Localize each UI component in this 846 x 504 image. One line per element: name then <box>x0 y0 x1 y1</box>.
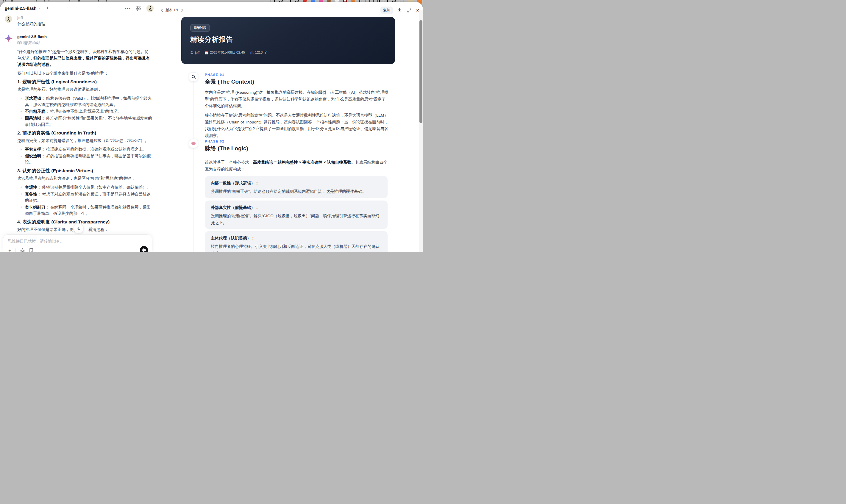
section-2-lead: 逻辑再完美，如果前提是错误的，推理也是垃圾（即“垃圾进，垃圾出”）。 <box>17 138 153 144</box>
account-avatar[interactable] <box>146 5 154 12</box>
dimensions-line: 我们可以从以下四个维度来衡量什么是“好的推理”： <box>17 70 153 77</box>
section-3-list: 客观性： 能够识别并尽量排除个人偏见（如幸存者偏差、确认偏差）。 完备性： 考虑… <box>17 184 153 217</box>
composer-input[interactable]: 思维接口已就绪，请传输指令。 <box>8 239 147 244</box>
menubar-fragment <box>44 0 45 1</box>
logic-card-3: 主体伦理（认识美德）： 转向推理者的心理特征。引入奥卡姆剃刀和反向论证，旨在克服… <box>205 231 388 252</box>
scrollbar-track[interactable] <box>419 10 423 252</box>
brain-icon <box>189 139 198 148</box>
assistant-status: 精读完成! <box>17 40 153 46</box>
gemini-star-icon <box>5 35 13 42</box>
report-panel: 版本 1/1 复制 <box>158 2 423 252</box>
phase-1-label: PHASE 01 <box>205 73 225 76</box>
list-item: 不自相矛盾： 推理链条中不能出现“既是又非”的情况。 <box>17 108 153 114</box>
section-2-heading: 2. 前提的真实性 (Grounding in Truth) <box>17 130 153 136</box>
report-meta: jeff 2026年01月08日 02:45 1213 字 <box>190 50 267 55</box>
version-label: 版本 1/1 <box>165 8 179 13</box>
menubar-fragment <box>98 0 99 1</box>
logic-card-2: 外部真实性（前提基础）： 强调推理的“经验校准”。解决“GIGO（垃圾进，垃圾出… <box>205 200 388 229</box>
menubar-fragment <box>3 0 4 1</box>
chevron-left-icon[interactable] <box>160 8 163 12</box>
phase-2-label: PHASE 02 <box>205 140 225 143</box>
composer[interactable]: 思维接口已就绪，请传输指令。 + <box>3 234 153 252</box>
phase-1-paragraph-2: 核心情境在于解决“思考的随意性”问题。不论是人类通过批判性思维进行决策，还是大语… <box>205 112 390 139</box>
phase-1-title: 全景 (The Context) <box>205 78 254 86</box>
section-4-lead: 好的推理不仅仅是结果正确，更要看清过程： <box>17 227 153 233</box>
logic-card-1: 内部一致性（形式逻辑）： 强调推理的“机械正确”。结论必须在给定的规则系统内逻辑… <box>205 176 388 198</box>
model-switcher[interactable]: gemini-2.5-flash <box>5 6 41 11</box>
list-item: 形式逻辑： 结构必须有效（Valid）。比如演绎推理中，如果前提全部为真，那么通… <box>17 95 153 108</box>
meta-word-count: 1213 字 <box>250 50 267 55</box>
chat-panel: gemini-2.5-flash + ••• <box>0 2 158 252</box>
assistant-name: gemini-2.5-flash <box>17 35 153 39</box>
tools-diamonds-icon[interactable] <box>20 248 25 252</box>
person-icon <box>190 51 193 54</box>
chevron-down-icon <box>38 7 41 10</box>
copy-button[interactable]: 复制 <box>381 6 393 14</box>
logic-card-body: 强调推理的“机械正确”。结论必须在给定的规则系统内逻辑自洽，这是推理的硬件基础。 <box>211 188 382 195</box>
report-title: 精读分析报告 <box>190 35 233 44</box>
user-name: jeff <box>17 16 153 20</box>
menubar-fragment <box>5 0 6 1</box>
version-navigator: 版本 1/1 <box>160 8 184 13</box>
chat-scroll-area[interactable]: jeff 什么是好的推理 gemini-2.5-f <box>0 14 158 252</box>
list-item: 奥卡姆剃刀： 在解释同一个现象时，如果两种推理都能站得住脚，通常倾向于最简单、假… <box>17 204 153 217</box>
report-hero-card: 思维过程 精读分析报告 jeff 2026年01月08日 02:45 1213 … <box>181 17 395 64</box>
intro-paragraph: “什么是好的推理？”这是一个涉及逻辑学、认知科学和哲学核心的问题。简单来说，好的… <box>17 49 153 68</box>
more-options-button[interactable]: ••• <box>125 6 130 10</box>
list-item: 客观性： 能够识别并尽量排除个人偏见（如幸存者偏差、确认偏差）。 <box>17 184 153 191</box>
composer-toolbar: + <box>8 248 33 252</box>
menubar-fragment <box>78 0 80 1</box>
phase-1-paragraph-1: 本内容是对“推理 (Reasoning)”这一抽象概念的高层建模。在知识爆炸与人… <box>205 89 390 109</box>
section-4-heading: 4. 表达的透明度 (Clarity and Transparency) <box>17 219 153 225</box>
scroll-to-bottom-button[interactable] <box>73 223 84 234</box>
meta-datetime: 2026年01月08日 02:45 <box>205 50 245 55</box>
magnifier-icon <box>189 72 198 81</box>
assistant-status-text: 精读完成! <box>23 40 40 46</box>
chat-header: gemini-2.5-flash + ••• <box>0 2 158 14</box>
download-icon <box>398 8 402 13</box>
report-badge: 思维过程 <box>190 24 210 32</box>
scrollbar-thumb[interactable] <box>419 20 422 123</box>
user-message: jeff 什么是好的推理 <box>5 16 153 27</box>
assistant-message-body: “什么是好的推理？”这是一个涉及逻辑学、认知科学和哲学核心的问题。简单来说，好的… <box>17 49 153 248</box>
menubar-fragment <box>49 0 49 1</box>
bar-chart-icon <box>250 51 253 54</box>
report-actions: 复制 ✕ <box>381 6 419 14</box>
logic-card-body: 强调推理的“经验校准”。解决“GIGO（垃圾进，垃圾出）”问题，确保推理引擎运行… <box>211 213 382 226</box>
attach-plus-button[interactable]: + <box>8 249 11 252</box>
expand-button[interactable] <box>406 7 412 14</box>
section-2-list: 事实支撑： 推理建立在可靠的数据、准确的观测或公认的真理之上。 假设透明： 好的… <box>17 146 153 165</box>
list-item: 假设透明： 好的推理会明确指明哪些是已知事实，哪些是基于可能的假设。 <box>17 153 153 165</box>
app-window: gemini-2.5-flash + ••• <box>0 2 423 252</box>
screen: gemini-2.5-flash + ••• <box>0 0 423 252</box>
section-3-heading: 3. 认知的公正性 (Epistemic Virtues) <box>17 168 153 174</box>
logic-card-title: 主体伦理（认识美德）： <box>211 236 382 241</box>
new-chat-button[interactable]: + <box>46 5 49 11</box>
book-icon <box>17 41 22 45</box>
download-button[interactable] <box>396 7 403 14</box>
menubar-fragment <box>69 0 70 1</box>
user-message-text: 什么是好的推理 <box>17 21 153 27</box>
list-item: 事实支撑： 推理建立在可靠的数据、准确的观测或公认的真理之上。 <box>17 146 153 152</box>
section-1-lead: 这是推理的基石。好的推理必须遵循逻辑法则： <box>17 86 153 93</box>
list-item: 因果清晰： 能准确区分“相关性”和“因果关系”，不会轻率地将先后发生的事情归为因… <box>17 115 153 128</box>
assistant-message: gemini-2.5-flash 精读完成! “什么是好的推理？”这是一个涉及逻… <box>5 35 153 248</box>
tune-sliders-icon[interactable] <box>136 6 141 11</box>
logic-card-body: 转向推理者的心理特征。引入奥卡姆剃刀和反向论证，旨在克服人类（或机器）天然存在的… <box>211 244 382 252</box>
phase-2-title: 脉络 (The Logic) <box>205 145 248 152</box>
user-avatar <box>5 16 12 23</box>
arrow-down-icon <box>76 227 81 231</box>
section-1-heading: 1. 逻辑的严密性 (Logical Soundness) <box>17 79 153 85</box>
list-item: 完备性： 考虑了对立的观点和潜在的反证，而不是只选择支持自己结论的证据。 <box>17 191 153 203</box>
menubar-fragment <box>106 0 107 1</box>
logic-card-title: 外部真实性（前提基础）： <box>211 205 382 210</box>
calendar-icon <box>205 51 208 54</box>
model-name: gemini-2.5-flash <box>5 6 37 11</box>
chevron-right-icon[interactable] <box>181 8 184 12</box>
logic-card-title: 内部一致性（形式逻辑）： <box>211 181 382 186</box>
voice-input-button[interactable] <box>140 246 148 252</box>
expand-icon <box>407 8 411 13</box>
bookmark-icon[interactable] <box>29 248 33 252</box>
section-3-lead: 这涉及推理者的心态和方法论，也是区分“杠精”和“思想家”的关键： <box>17 175 153 182</box>
menubar-fragment <box>11 0 13 1</box>
